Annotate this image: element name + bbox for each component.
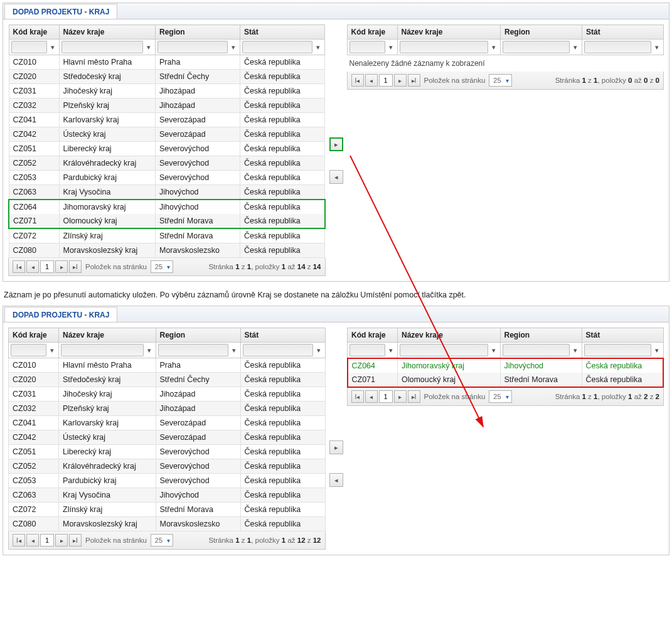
- pager-first[interactable]: I◂: [351, 74, 364, 87]
- table-row[interactable]: CZ072Zlínský krajStřední MoravaČeská rep…: [9, 503, 326, 517]
- filter-state[interactable]: [243, 344, 313, 356]
- col-region[interactable]: Region: [500, 328, 582, 343]
- table-row[interactable]: CZ051Liberecký krajSeverovýchodČeská rep…: [9, 445, 326, 459]
- filter-icon[interactable]: ▾: [571, 344, 580, 356]
- filter-icon[interactable]: ▾: [653, 344, 661, 356]
- pager-prev[interactable]: ◂: [26, 260, 39, 273]
- filter-code[interactable]: [349, 344, 385, 356]
- col-name[interactable]: Název kraje: [59, 328, 156, 343]
- col-region[interactable]: Region: [156, 25, 240, 40]
- table-row[interactable]: CZ042Ústecký krajSeverozápadČeská republ…: [9, 127, 325, 142]
- pager-prev[interactable]: ◂: [365, 74, 378, 87]
- pager-prev[interactable]: ◂: [365, 390, 378, 403]
- filter-code[interactable]: [11, 41, 47, 53]
- move-left-button[interactable]: ◂: [329, 473, 343, 487]
- table-row[interactable]: CZ080Moravskoslezský krajMoravskoslezsko…: [9, 243, 325, 258]
- pager-last[interactable]: ▸I: [69, 534, 82, 547]
- move-right-button[interactable]: ▸: [329, 440, 343, 454]
- col-name[interactable]: Název kraje: [59, 25, 156, 40]
- filter-icon[interactable]: ▾: [489, 344, 498, 356]
- pager-first[interactable]: I◂: [13, 260, 25, 273]
- filter-state[interactable]: [584, 41, 651, 53]
- per-page-select[interactable]: 25: [151, 534, 173, 547]
- tab-dopad-projektu-kraj[interactable]: DOPAD PROJEKTU - KRAJ: [4, 4, 117, 19]
- table-row[interactable]: CZ032Plzeňský krajJihozápadČeská republi…: [9, 99, 325, 113]
- table-row[interactable]: CZ031Jihočeský krajJihozápadČeská republ…: [9, 84, 325, 99]
- table-row[interactable]: CZ063Kraj VysočinaJihovýchodČeská republ…: [9, 488, 326, 503]
- table-row[interactable]: CZ020Středočeský krajStřední ČechyČeská …: [9, 373, 326, 387]
- filter-icon[interactable]: ▾: [230, 344, 238, 356]
- filter-name[interactable]: [400, 344, 488, 356]
- col-code[interactable]: Kód kraje: [348, 328, 398, 343]
- col-code[interactable]: Kód kraje: [9, 25, 59, 40]
- filter-icon[interactable]: ▾: [48, 41, 57, 53]
- filter-name[interactable]: [61, 41, 144, 53]
- pager-next[interactable]: ▸: [55, 260, 68, 273]
- table-row[interactable]: CZ063Kraj VysočinaJihovýchodČeská republ…: [9, 185, 325, 200]
- pager-last[interactable]: ▸I: [408, 390, 420, 403]
- table-row[interactable]: CZ072Zlínský krajStřední MoravaČeská rep…: [9, 228, 325, 243]
- col-region[interactable]: Region: [501, 25, 582, 40]
- table-row[interactable]: CZ071Olomoucký krajStřední MoravaČeská r…: [9, 214, 325, 228]
- filter-state[interactable]: [584, 344, 651, 356]
- col-state[interactable]: Stát: [582, 25, 664, 40]
- table-row[interactable]: CZ041Karlovarský krajSeverozápadČeská re…: [9, 113, 325, 127]
- pager-prev[interactable]: ◂: [26, 534, 39, 547]
- table-row[interactable]: CZ052Královéhradecký krajSeverovýchodČes…: [9, 459, 326, 474]
- filter-icon[interactable]: ▾: [387, 41, 395, 53]
- pager-last[interactable]: ▸I: [69, 260, 82, 273]
- pager-first[interactable]: I◂: [13, 534, 25, 547]
- table-row[interactable]: CZ041Karlovarský krajSeverozápadČeská re…: [9, 416, 326, 430]
- table-row[interactable]: CZ051Liberecký krajSeverovýchodČeská rep…: [9, 142, 325, 156]
- col-name[interactable]: Název kraje: [398, 328, 501, 343]
- pager-page-input[interactable]: [379, 74, 393, 87]
- pager-first[interactable]: I◂: [351, 390, 364, 403]
- move-right-button[interactable]: ▸: [329, 137, 343, 151]
- filter-icon[interactable]: ▾: [489, 41, 498, 53]
- table-row[interactable]: CZ053Pardubický krajSeverovýchodČeská re…: [9, 474, 326, 488]
- filter-icon[interactable]: ▾: [387, 344, 395, 356]
- table-row[interactable]: CZ064Jihomoravský krajJihovýchodČeská re…: [348, 358, 664, 373]
- col-code[interactable]: Kód kraje: [347, 25, 397, 40]
- filter-code[interactable]: [349, 41, 385, 53]
- col-name[interactable]: Název kraje: [397, 25, 501, 40]
- table-row[interactable]: CZ071Olomoucký krajStřední MoravaČeská r…: [348, 373, 664, 387]
- pager-page-input[interactable]: [40, 534, 54, 547]
- table-row[interactable]: CZ042Ústecký krajSeverozápadČeská republ…: [9, 430, 326, 445]
- col-region[interactable]: Region: [156, 328, 240, 343]
- move-left-button[interactable]: ◂: [329, 170, 343, 184]
- filter-name[interactable]: [61, 344, 144, 356]
- table-row[interactable]: CZ080Moravskoslezský krajMoravskoslezsko…: [9, 517, 326, 531]
- filter-icon[interactable]: ▾: [145, 344, 154, 356]
- col-state[interactable]: Stát: [240, 25, 325, 40]
- filter-region[interactable]: [157, 41, 228, 53]
- table-row[interactable]: CZ064Jihomoravský krajJihovýchodČeská re…: [9, 200, 325, 214]
- per-page-select[interactable]: 25: [151, 260, 173, 273]
- filter-icon[interactable]: ▾: [314, 41, 323, 53]
- per-page-select[interactable]: 25: [489, 390, 511, 403]
- filter-icon[interactable]: ▾: [48, 344, 56, 356]
- table-row[interactable]: CZ032Plzeňský krajJihozápadČeská republi…: [9, 402, 326, 416]
- tab-dopad-projektu-kraj[interactable]: DOPAD PROJEKTU - KRAJ: [4, 307, 117, 322]
- filter-icon[interactable]: ▾: [314, 344, 323, 356]
- pager-next[interactable]: ▸: [394, 390, 407, 403]
- pager-page-input[interactable]: [40, 260, 54, 273]
- pager-next[interactable]: ▸: [394, 74, 407, 87]
- filter-region[interactable]: [503, 41, 570, 53]
- filter-state[interactable]: [242, 41, 312, 53]
- filter-icon[interactable]: ▾: [229, 41, 238, 53]
- pager-last[interactable]: ▸I: [408, 74, 420, 87]
- filter-region[interactable]: [158, 344, 228, 356]
- table-row[interactable]: CZ010Hlavní město PrahaPrahaČeská republ…: [9, 55, 325, 70]
- table-row[interactable]: CZ020Středočeský krajStřední ČechyČeská …: [9, 70, 325, 84]
- filter-icon[interactable]: ▾: [653, 41, 661, 53]
- filter-icon[interactable]: ▾: [144, 41, 153, 53]
- filter-icon[interactable]: ▾: [571, 41, 580, 53]
- per-page-select[interactable]: 25: [489, 74, 511, 87]
- table-row[interactable]: CZ052Královéhradecký krajSeverovýchodČes…: [9, 156, 325, 171]
- filter-code[interactable]: [11, 344, 46, 356]
- pager-page-input[interactable]: [379, 390, 393, 403]
- table-row[interactable]: CZ053Pardubický krajSeverovýchodČeská re…: [9, 171, 325, 185]
- col-code[interactable]: Kód kraje: [9, 328, 59, 343]
- col-state[interactable]: Stát: [240, 328, 325, 343]
